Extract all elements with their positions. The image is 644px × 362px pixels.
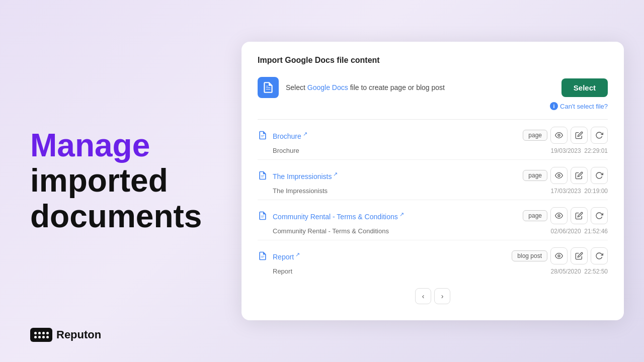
- doc-row: Report blog post Report 28/05/2020 22:52…: [258, 240, 608, 280]
- dot: [38, 332, 41, 334]
- view-button[interactable]: [550, 207, 568, 224]
- doc-row: Brochure page Brochure 19/03/2023 22:29:…: [258, 120, 608, 160]
- doc-datetime: 28/05/2020 22:52:50: [551, 268, 608, 275]
- doc-row-top: Community Rental - Terms & Conditions pa…: [258, 207, 608, 224]
- brand-name: Reputon: [56, 328, 101, 341]
- doc-datetime: 02/06/2020 21:52:46: [551, 228, 608, 235]
- doc-type-badge: page: [523, 210, 547, 221]
- main-card: Import Google Docs file content Select G…: [242, 42, 624, 320]
- hero-line1: Manage: [30, 128, 221, 163]
- doc-name: Community Rental - Terms & Conditions: [273, 227, 389, 235]
- dot: [34, 336, 37, 338]
- google-docs-icon: [258, 77, 279, 98]
- doc-row-bottom: Brochure 19/03/2023 22:29:01: [258, 147, 608, 154]
- edit-button[interactable]: [571, 247, 588, 264]
- hero-line3: documents: [30, 199, 221, 234]
- doc-name: The Impressionists: [273, 187, 328, 195]
- view-button[interactable]: [550, 127, 568, 144]
- svg-point-2: [558, 215, 560, 217]
- doc-actions: page: [523, 207, 608, 224]
- view-button[interactable]: [550, 167, 568, 184]
- edit-button[interactable]: [571, 167, 588, 184]
- prev-page-button[interactable]: ‹: [415, 288, 431, 304]
- doc-row-bottom: The Impressionists 17/03/2023 20:19:00: [258, 187, 608, 195]
- doc-file-icon: [258, 211, 268, 221]
- doc-actions: page: [523, 127, 608, 144]
- dot: [38, 336, 41, 338]
- dot: [42, 336, 45, 338]
- view-button[interactable]: [550, 247, 568, 264]
- doc-actions: page: [523, 167, 608, 184]
- pagination: ‹ ›: [258, 288, 608, 304]
- hero-text: Manage imported documents: [30, 128, 221, 234]
- doc-file-icon: [258, 130, 268, 140]
- refresh-icon: [595, 252, 603, 260]
- eye-icon: [555, 252, 563, 260]
- doc-datetime: 17/03/2023 20:19:00: [551, 188, 608, 195]
- next-page-button[interactable]: ›: [434, 288, 450, 304]
- doc-name: Brochure: [273, 147, 299, 154]
- document-list: Brochure page Brochure 19/03/2023 22:29:…: [258, 120, 608, 280]
- doc-row-top: Report blog post: [258, 247, 608, 264]
- doc-type-badge: page: [523, 130, 547, 141]
- doc-type-badge: page: [523, 170, 547, 181]
- eye-icon: [555, 171, 563, 179]
- doc-name: Report: [273, 267, 292, 275]
- dot: [42, 332, 45, 334]
- doc-actions: blog post: [512, 247, 608, 264]
- refresh-button[interactable]: [591, 127, 608, 144]
- doc-row: The Impressionists page The Impressionis…: [258, 160, 608, 200]
- select-button[interactable]: Select: [561, 78, 608, 97]
- refresh-button[interactable]: [591, 207, 608, 224]
- brand-dots: [34, 332, 49, 338]
- import-description: Select Google Docs file to create page o…: [286, 83, 554, 92]
- pencil-icon: [575, 252, 583, 260]
- eye-icon: [555, 212, 563, 220]
- import-text-before: Select: [286, 83, 307, 92]
- doc-title-link[interactable]: The Impressionists: [273, 171, 518, 180]
- pencil-icon: [575, 212, 583, 220]
- edit-button[interactable]: [571, 127, 588, 144]
- pencil-icon: [575, 131, 583, 139]
- import-row: Select Google Docs file to create page o…: [258, 77, 608, 98]
- dot: [46, 336, 49, 338]
- hero-panel: Manage imported documents: [30, 128, 221, 234]
- gdocs-svg: [262, 81, 275, 94]
- doc-title-link[interactable]: Community Rental - Terms & Conditions: [273, 211, 518, 221]
- doc-title-link[interactable]: Brochure: [273, 131, 518, 140]
- dot: [46, 332, 49, 334]
- doc-row-top: The Impressionists page: [258, 167, 608, 184]
- refresh-icon: [595, 212, 603, 220]
- edit-button[interactable]: [571, 207, 588, 224]
- card-title: Import Google Docs file content: [258, 56, 608, 65]
- doc-row: Community Rental - Terms & Conditions pa…: [258, 200, 608, 240]
- pencil-icon: [575, 171, 583, 179]
- refresh-icon: [595, 131, 603, 139]
- doc-row-top: Brochure page: [258, 127, 608, 144]
- svg-point-0: [558, 134, 560, 136]
- cant-select-text: Can't select file?: [560, 103, 608, 110]
- dot: [34, 332, 37, 334]
- info-icon: i: [550, 102, 558, 110]
- svg-point-1: [558, 174, 560, 176]
- import-text-after: file to create page or blog post: [348, 83, 445, 92]
- refresh-icon: [595, 171, 603, 179]
- doc-type-badge: blog post: [512, 250, 547, 261]
- doc-title-link[interactable]: Report: [273, 251, 507, 261]
- svg-point-3: [558, 255, 560, 257]
- hero-line2: imported: [30, 163, 221, 199]
- refresh-button[interactable]: [591, 247, 608, 264]
- doc-file-icon: [258, 170, 268, 180]
- doc-datetime: 19/03/2023 22:29:01: [551, 147, 608, 154]
- brand-icon: [30, 328, 52, 342]
- doc-row-bottom: Report 28/05/2020 22:52:50: [258, 267, 608, 275]
- cant-select-row[interactable]: i Can't select file?: [258, 102, 608, 110]
- brand-logo: Reputon: [30, 328, 101, 342]
- google-docs-link[interactable]: Google Docs: [307, 83, 348, 92]
- refresh-button[interactable]: [591, 167, 608, 184]
- doc-file-icon: [258, 251, 268, 261]
- doc-row-bottom: Community Rental - Terms & Conditions 02…: [258, 227, 608, 235]
- eye-icon: [555, 131, 563, 139]
